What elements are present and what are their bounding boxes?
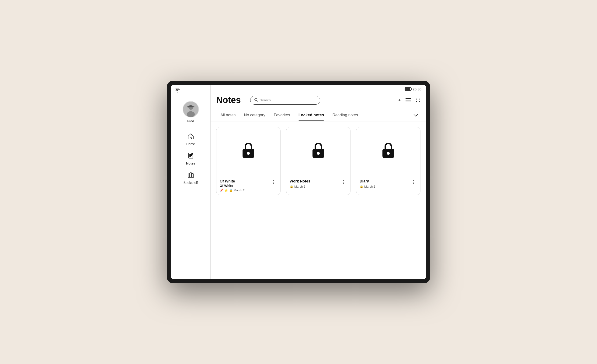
wifi-icon bbox=[175, 89, 180, 94]
header-actions: + bbox=[398, 97, 420, 103]
page-title: Notes bbox=[216, 95, 241, 105]
lock-icon-2 bbox=[310, 141, 327, 163]
sidebar-item-bookshelf-label: Bookshelf bbox=[183, 181, 198, 185]
note-date-1: March 2 bbox=[234, 188, 245, 192]
svg-point-18 bbox=[419, 101, 420, 102]
tab-all-notes[interactable]: All notes bbox=[216, 109, 240, 121]
svg-point-24 bbox=[387, 152, 390, 155]
user-profile[interactable]: Fred bbox=[183, 101, 199, 123]
svg-point-22 bbox=[317, 152, 320, 155]
sidebar-item-home-label: Home bbox=[186, 142, 195, 146]
status-bar: 20:30 bbox=[211, 85, 426, 93]
note-date-2: March 2 bbox=[294, 185, 305, 188]
notes-grid: Of White Of White 📌 ⭐ 🔒 March 2 ⋮ bbox=[211, 121, 426, 279]
note-date-3: March 2 bbox=[364, 185, 375, 188]
sidebar-item-notes[interactable]: Notes bbox=[171, 149, 210, 169]
svg-rect-6 bbox=[188, 173, 189, 177]
lock-meta-icon-2: 🔒 bbox=[290, 185, 293, 188]
note-menu-btn-1[interactable]: ⋮ bbox=[270, 179, 277, 185]
note-card-visual-3 bbox=[356, 127, 420, 176]
note-meta-3: 🔒 March 2 bbox=[360, 185, 410, 188]
list-view-button[interactable] bbox=[406, 98, 411, 102]
sidebar-item-home[interactable]: Home bbox=[171, 130, 210, 149]
user-name: Fred bbox=[187, 119, 194, 123]
battery-icon bbox=[405, 87, 411, 91]
note-title-2: Work Notes bbox=[290, 179, 340, 184]
search-placeholder: Search bbox=[260, 98, 316, 102]
tab-favorites[interactable]: Favorites bbox=[270, 109, 294, 121]
tabs-expand-button[interactable] bbox=[411, 110, 420, 120]
note-subtitle-1: Of White bbox=[220, 184, 270, 188]
note-card-visual-1 bbox=[216, 127, 280, 176]
note-meta-2: 🔒 March 2 bbox=[290, 185, 340, 188]
note-menu-btn-3[interactable]: ⋮ bbox=[410, 179, 417, 185]
note-card-visual-2 bbox=[286, 127, 350, 176]
lock-icon-1 bbox=[240, 141, 257, 163]
lock-icon-3 bbox=[380, 141, 396, 163]
nav-divider bbox=[175, 129, 206, 129]
more-options-button[interactable] bbox=[415, 98, 420, 102]
star-icon-1: ⭐ bbox=[224, 188, 228, 192]
search-icon bbox=[254, 98, 258, 102]
bookshelf-icon bbox=[188, 172, 194, 180]
main-content: 20:30 Notes Search + bbox=[211, 85, 426, 279]
svg-point-16 bbox=[416, 101, 417, 102]
pin-icon-1: 📌 bbox=[220, 188, 223, 192]
notes-icon bbox=[188, 152, 194, 161]
lock-meta-icon-3: 🔒 bbox=[360, 185, 363, 188]
device: Fred Home bbox=[167, 81, 430, 283]
note-card-text-2: Work Notes 🔒 March 2 bbox=[290, 179, 340, 188]
tabs-container: All notes No category Favorites Locked n… bbox=[211, 109, 426, 121]
note-card-info-2: Work Notes 🔒 March 2 ⋮ bbox=[286, 176, 350, 191]
sidebar-item-bookshelf[interactable]: Bookshelf bbox=[171, 169, 210, 188]
time-display: 20:30 bbox=[413, 87, 421, 91]
svg-rect-3 bbox=[187, 107, 194, 108]
header: Notes Search + bbox=[211, 93, 426, 109]
avatar bbox=[183, 101, 199, 117]
search-bar[interactable]: Search bbox=[250, 96, 320, 105]
battery-fill bbox=[405, 88, 410, 90]
battery-container: 20:30 bbox=[405, 87, 421, 91]
device-screen: Fred Home bbox=[171, 85, 426, 279]
svg-line-11 bbox=[257, 101, 258, 101]
svg-point-15 bbox=[416, 99, 417, 100]
svg-point-17 bbox=[419, 99, 420, 100]
sidebar-status-bar bbox=[171, 88, 210, 96]
add-button[interactable]: + bbox=[398, 97, 401, 103]
note-card-1[interactable]: Of White Of White 📌 ⭐ 🔒 March 2 ⋮ bbox=[216, 127, 281, 195]
note-meta-1: 📌 ⭐ 🔒 March 2 bbox=[220, 188, 270, 192]
note-card-text-1: Of White Of White 📌 ⭐ 🔒 March 2 bbox=[220, 179, 270, 192]
note-card-info-3: Diary 🔒 March 2 ⋮ bbox=[356, 176, 420, 191]
note-card-2[interactable]: Work Notes 🔒 March 2 ⋮ bbox=[286, 127, 351, 195]
tab-no-category[interactable]: No category bbox=[240, 109, 270, 121]
note-card-text-3: Diary 🔒 March 2 bbox=[360, 179, 410, 188]
sidebar: Fred Home bbox=[171, 85, 211, 279]
svg-rect-8 bbox=[192, 174, 193, 177]
note-menu-btn-2[interactable]: ⋮ bbox=[340, 179, 347, 185]
tab-locked-notes[interactable]: Locked notes bbox=[294, 109, 328, 121]
note-title-1: Of White bbox=[220, 179, 270, 184]
note-card-info-1: Of White Of White 📌 ⭐ 🔒 March 2 ⋮ bbox=[216, 176, 280, 195]
svg-point-20 bbox=[247, 152, 250, 155]
svg-rect-7 bbox=[190, 173, 191, 177]
note-card-3[interactable]: Diary 🔒 March 2 ⋮ bbox=[356, 127, 420, 195]
note-title-3: Diary bbox=[360, 179, 410, 184]
tab-reading-notes[interactable]: Reading notes bbox=[328, 109, 362, 121]
sidebar-item-notes-label: Notes bbox=[186, 162, 195, 165]
svg-point-2 bbox=[187, 111, 195, 117]
home-icon bbox=[188, 133, 194, 141]
lock-meta-icon-1: 🔒 bbox=[229, 188, 233, 192]
